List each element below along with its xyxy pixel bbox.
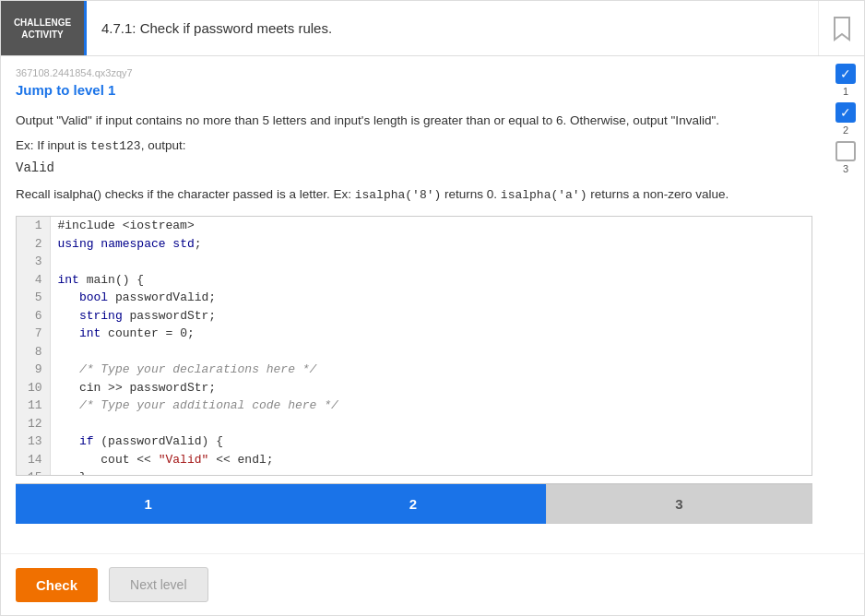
bookmark-icon[interactable] — [818, 1, 864, 55]
table-row: 1#include <iostream> — [17, 217, 812, 235]
line-code[interactable]: #include <iostream> — [50, 217, 812, 235]
line-code[interactable] — [50, 253, 812, 271]
line-number: 4 — [17, 271, 50, 290]
line-code[interactable]: /* Type your additional code here */ — [50, 397, 812, 415]
line-number: 2 — [17, 235, 50, 254]
checkbox-2[interactable]: ✓ — [835, 102, 856, 123]
line-code[interactable]: /* Type your declarations here */ — [50, 361, 812, 379]
checkbox-3[interactable] — [835, 141, 856, 161]
table-row: 10 cin >> passwordStr; — [17, 379, 812, 397]
table-row: 13 if (passwordValid) { — [17, 432, 812, 451]
check-num-1: 1 — [843, 86, 848, 97]
line-code[interactable]: int counter = 0; — [50, 325, 812, 343]
line-code[interactable] — [50, 415, 812, 433]
challenge-activity-label: CHALLENGE ACTIVITY — [1, 1, 84, 55]
example-output: Valid — [16, 160, 812, 175]
line-number: 11 — [17, 397, 50, 415]
code-table: 1#include <iostream>2using namespace std… — [17, 217, 812, 475]
activity-description: Output "Valid" if input contains no more… — [16, 111, 812, 131]
next-level-button: Next level — [109, 567, 207, 602]
sidebar-checks: ✓ 1 ✓ 2 3 — [827, 56, 864, 553]
table-row: 7 int counter = 0; — [17, 325, 812, 343]
line-code[interactable]: } — [50, 468, 812, 475]
line-number: 7 — [17, 325, 50, 343]
table-row: 15 } — [17, 468, 812, 475]
table-row: 11 /* Type your additional code here */ — [17, 397, 812, 415]
line-number: 5 — [17, 289, 50, 307]
table-row: 8 — [17, 343, 812, 361]
line-code[interactable]: int main() { — [50, 271, 812, 290]
line-number: 10 — [17, 379, 50, 397]
check-button[interactable]: Check — [16, 568, 98, 602]
table-row: 6 string passwordStr; — [17, 307, 812, 326]
main-container: CHALLENGE ACTIVITY 4.7.1: Check if passw… — [0, 0, 865, 616]
line-code[interactable]: using namespace std; — [50, 235, 812, 254]
jump-to-level-link[interactable]: Jump to level 1 — [16, 82, 812, 98]
table-row: 3 — [17, 253, 812, 271]
line-number: 8 — [17, 343, 50, 361]
code-scroll-area[interactable]: 1#include <iostream>2using namespace std… — [17, 217, 812, 475]
table-row: 12 — [17, 415, 812, 433]
table-row: 2using namespace std; — [17, 235, 812, 254]
meta-id: 367108.2441854.qx3zqy7 — [16, 67, 812, 78]
line-number: 6 — [17, 307, 50, 326]
check-num-3: 3 — [843, 163, 848, 174]
check-item-2: ✓ 2 — [835, 102, 856, 136]
line-number: 9 — [17, 361, 50, 379]
line-number: 1 — [17, 217, 50, 235]
recall-text: Recall isalpha() checks if the character… — [16, 184, 812, 206]
check-item-1: ✓ 1 — [835, 64, 856, 97]
content-area: 367108.2441854.qx3zqy7 Jump to level 1 O… — [1, 56, 827, 553]
line-code[interactable]: bool passwordValid; — [50, 289, 812, 307]
line-code[interactable]: string passwordStr; — [50, 307, 812, 326]
tab-1[interactable]: 1 — [16, 484, 280, 524]
line-code[interactable]: cout << "Valid" << endl; — [50, 451, 812, 469]
activity-title: 4.7.1: Check if password meets rules. — [84, 1, 818, 55]
table-row: 4int main() { — [17, 271, 812, 290]
line-number: 13 — [17, 432, 50, 451]
code-editor[interactable]: 1#include <iostream>2using namespace std… — [16, 216, 812, 476]
line-number: 3 — [17, 253, 50, 271]
main-content: 367108.2441854.qx3zqy7 Jump to level 1 O… — [1, 56, 864, 553]
checkbox-1[interactable]: ✓ — [835, 64, 856, 84]
line-code[interactable] — [50, 343, 812, 361]
check-num-2: 2 — [843, 124, 848, 136]
line-code[interactable]: if (passwordValid) { — [50, 432, 812, 451]
table-row: 14 cout << "Valid" << endl; — [17, 451, 812, 469]
example-line: Ex: If input is test123, output: — [16, 138, 812, 153]
tabs-bar: 1 2 3 — [16, 483, 812, 524]
check-item-3: 3 — [835, 141, 856, 174]
table-row: 9 /* Type your declarations here */ — [17, 361, 812, 379]
line-number: 14 — [17, 451, 50, 469]
line-number: 12 — [17, 415, 50, 433]
tab-3[interactable]: 3 — [546, 484, 812, 524]
footer-buttons: Check Next level — [1, 553, 864, 615]
line-code[interactable]: cin >> passwordStr; — [50, 379, 812, 397]
tab-2[interactable]: 2 — [280, 484, 545, 524]
header: CHALLENGE ACTIVITY 4.7.1: Check if passw… — [1, 1, 864, 56]
line-number: 15 — [17, 468, 50, 475]
table-row: 5 bool passwordValid; — [17, 289, 812, 307]
